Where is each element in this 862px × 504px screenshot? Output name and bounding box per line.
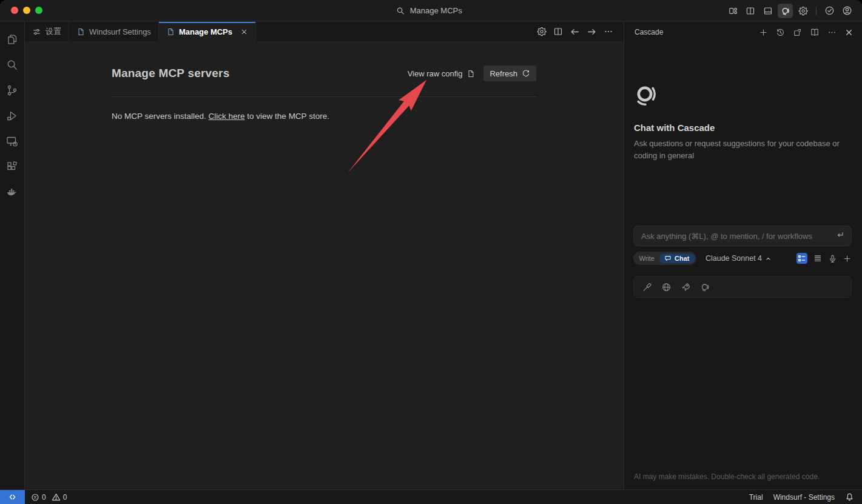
cascade-composer: ↵ Write Chat Claude Sonnet 4 bbox=[633, 226, 852, 265]
rocket-icon[interactable] bbox=[681, 282, 691, 292]
errors-icon bbox=[31, 493, 39, 502]
todo-list-icon[interactable] bbox=[796, 253, 807, 264]
tab-manage-mcps[interactable]: Manage MCPs bbox=[159, 22, 256, 41]
more-actions-icon[interactable] bbox=[827, 28, 837, 37]
cascade-panel-header: Cascade bbox=[624, 22, 862, 42]
history-icon[interactable] bbox=[776, 28, 785, 37]
file-icon bbox=[76, 27, 85, 36]
chat-input[interactable] bbox=[633, 226, 852, 246]
close-tab-icon[interactable] bbox=[240, 28, 248, 36]
open-in-window-icon[interactable] bbox=[793, 28, 802, 37]
editor-group: 设置 Windsurf Settings Manage MCPs bbox=[25, 22, 624, 489]
mode-chat-option[interactable]: Chat bbox=[659, 254, 695, 263]
cascade-panel: Cascade bbox=[624, 22, 862, 489]
mcp-store-link[interactable]: Click here bbox=[209, 112, 245, 121]
panel-title: Cascade bbox=[635, 28, 663, 36]
ai-disclaimer: AI may make mistakes. Double-check all g… bbox=[634, 472, 820, 481]
navigate-forward-icon[interactable] bbox=[587, 27, 597, 37]
model-name: Claude Sonnet 4 bbox=[705, 254, 762, 263]
windsurf-swirl-icon[interactable] bbox=[700, 282, 710, 292]
mode-write-option[interactable]: Write bbox=[635, 255, 659, 262]
chevron-up-icon bbox=[765, 255, 772, 262]
submit-enter-icon[interactable]: ↵ bbox=[837, 230, 844, 240]
remote-explorer-icon[interactable] bbox=[0, 129, 25, 154]
tools-hammer-icon[interactable] bbox=[642, 282, 652, 292]
windsurf-window: Manage MCPs bbox=[0, 0, 862, 504]
tab-label: 设置 bbox=[45, 26, 61, 37]
chat-bubble-icon bbox=[664, 255, 672, 262]
page-title: Manage MCP servers bbox=[112, 67, 229, 80]
view-raw-config-button[interactable]: View raw config bbox=[408, 69, 476, 78]
navigate-back-icon[interactable] bbox=[570, 27, 580, 37]
warnings-icon bbox=[52, 492, 61, 502]
customize-layout-icon[interactable] bbox=[725, 4, 740, 18]
split-editor-icon[interactable] bbox=[742, 4, 758, 18]
activity-bar bbox=[0, 22, 25, 489]
extensions-icon[interactable] bbox=[0, 154, 25, 180]
mode-chat-label: Chat bbox=[675, 255, 689, 262]
microphone-icon[interactable] bbox=[828, 254, 837, 263]
tab-label: Windsurf Settings bbox=[89, 27, 151, 36]
trial-status[interactable]: Trial bbox=[749, 493, 763, 502]
empty-prefix: No MCP servers installed. bbox=[112, 112, 209, 121]
view-raw-config-label: View raw config bbox=[408, 69, 463, 78]
manage-mcp-page: Manage MCP servers View raw config Refre… bbox=[25, 41, 624, 489]
tab-bar: 设置 Windsurf Settings Manage MCPs bbox=[25, 22, 624, 41]
editor-actions bbox=[537, 22, 613, 41]
empty-state-text: No MCP servers installed. Click here to … bbox=[112, 112, 536, 121]
queue-list-icon[interactable] bbox=[813, 254, 823, 263]
empty-suffix: to view the MCP store. bbox=[245, 112, 329, 121]
command-center-label: Manage MCPs bbox=[410, 6, 462, 15]
new-chat-plus-icon[interactable] bbox=[759, 28, 768, 37]
split-editor-icon[interactable] bbox=[553, 27, 563, 36]
status-bar: 0 0 Trial Windsurf - Settings bbox=[0, 489, 862, 504]
errors-count: 0 bbox=[42, 493, 46, 502]
web-globe-icon[interactable] bbox=[661, 282, 672, 292]
workspace-name[interactable]: Windsurf - Settings bbox=[773, 493, 835, 502]
settings-gear-icon[interactable] bbox=[795, 4, 810, 18]
cascade-toggle-icon[interactable] bbox=[778, 4, 793, 18]
remote-indicator[interactable] bbox=[0, 490, 25, 504]
add-context-plus-icon[interactable] bbox=[843, 254, 852, 263]
docker-icon[interactable] bbox=[0, 180, 25, 205]
problems-indicator[interactable]: 0 0 bbox=[31, 492, 70, 502]
explorer-icon[interactable] bbox=[0, 27, 25, 52]
welcome-subtitle: Ask questions or request suggestions for… bbox=[634, 138, 854, 162]
welcome-title: Chat with Cascade bbox=[634, 123, 854, 133]
titlebar-separator bbox=[816, 7, 817, 15]
title-bar: Manage MCPs bbox=[0, 0, 862, 21]
check-circle-icon[interactable] bbox=[822, 4, 837, 18]
tab-label: Manage MCPs bbox=[179, 27, 232, 36]
model-selector[interactable]: Claude Sonnet 4 bbox=[705, 254, 772, 263]
cascade-welcome: Chat with Cascade Ask questions or reque… bbox=[634, 84, 854, 162]
close-panel-icon[interactable] bbox=[844, 28, 854, 37]
settings-gear-icon[interactable] bbox=[537, 27, 547, 36]
file-icon bbox=[466, 69, 475, 78]
account-icon[interactable] bbox=[840, 4, 855, 18]
cascade-quick-actions bbox=[633, 276, 852, 298]
mode-toggle: Write Chat bbox=[633, 252, 696, 265]
file-icon bbox=[166, 27, 175, 36]
refresh-button[interactable]: Refresh bbox=[483, 66, 536, 81]
minimize-window-button[interactable] bbox=[23, 7, 30, 14]
tune-sliders-icon bbox=[32, 27, 41, 36]
traffic-lights bbox=[11, 7, 42, 14]
source-control-icon[interactable] bbox=[0, 78, 25, 103]
toggle-panel-icon[interactable] bbox=[760, 4, 775, 18]
notifications-bell-icon[interactable] bbox=[845, 492, 854, 502]
search-icon bbox=[396, 7, 405, 15]
more-actions-icon[interactable] bbox=[604, 27, 613, 36]
tab-settings-cn[interactable]: 设置 bbox=[25, 22, 69, 41]
warnings-count: 0 bbox=[63, 493, 67, 502]
section-divider bbox=[112, 96, 536, 97]
tab-windsurf-settings[interactable]: Windsurf Settings bbox=[69, 22, 159, 41]
search-icon[interactable] bbox=[0, 52, 25, 78]
cascade-logo bbox=[634, 84, 854, 109]
command-center[interactable]: Manage MCPs bbox=[396, 0, 462, 21]
refresh-icon bbox=[522, 69, 530, 78]
docs-book-icon[interactable] bbox=[810, 27, 820, 37]
close-window-button[interactable] bbox=[11, 7, 18, 14]
run-debug-icon[interactable] bbox=[0, 103, 25, 129]
zoom-window-button[interactable] bbox=[35, 7, 42, 14]
refresh-label: Refresh bbox=[490, 69, 517, 78]
